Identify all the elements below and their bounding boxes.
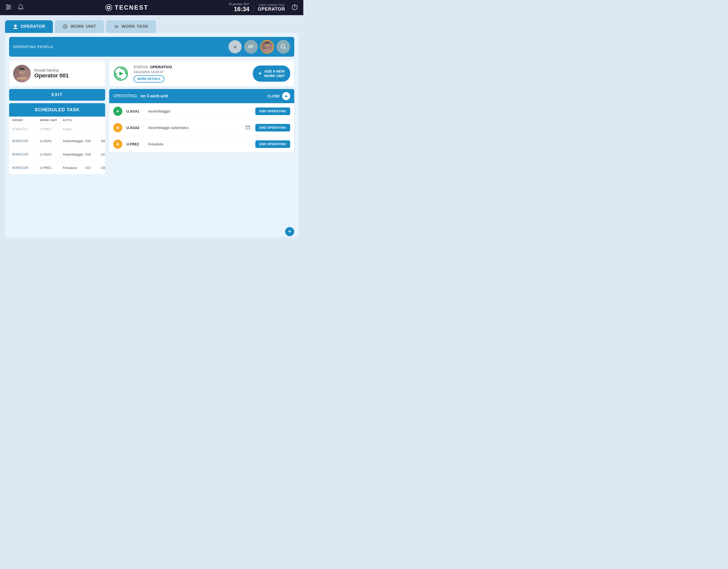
tab-operator-label: OPERATOR	[21, 24, 45, 29]
cell4: 010	[85, 139, 101, 143]
svg-rect-28	[266, 42, 269, 43]
status-datetime: 23/12/2016 14:43:37	[133, 70, 248, 74]
scroll-down-button[interactable]	[285, 227, 294, 236]
operating-header: OPERATING: on 3 work unit CLOSE	[109, 89, 294, 103]
table-row: W.MAC01 U.FRE2 Fresa...	[9, 124, 105, 134]
brand-name: TECNEST	[115, 4, 148, 11]
add-operator-button[interactable]: +	[229, 40, 242, 53]
scheduled-task-header: SCHEDULED TASK	[9, 103, 105, 117]
topbar-right: 20 gennaio 2017 16:34 USER CONNECTED: OP…	[229, 3, 298, 13]
main-panel: OPERATING PEOPLE + EF	[5, 33, 298, 237]
svg-point-3	[7, 5, 8, 6]
brand-logo: TECNEST	[105, 4, 148, 12]
plus-icon: +	[258, 70, 262, 77]
col5	[101, 119, 105, 122]
avatar-rs[interactable]	[260, 40, 274, 54]
work-item: U.ASA2 Assemblaggio automatico END OPERA…	[109, 120, 294, 136]
power-icon[interactable]	[291, 4, 298, 12]
status-label: STATUS: OPERATIVO	[133, 65, 248, 69]
svg-point-32	[20, 71, 21, 72]
svg-marker-42	[117, 110, 119, 112]
operating-people-label: OPERATING PEOPLE	[13, 45, 53, 49]
time-label: 16:34	[229, 6, 249, 13]
operating-title: OPERATING: on 3 work unit	[113, 94, 168, 98]
play-icon	[113, 107, 122, 116]
tab-work-task-label: WORK TASK	[122, 24, 148, 29]
work-code: U.ASA1	[126, 109, 144, 113]
table-row: W.MAC04 U.FRE1 Fresatura 017 156 Phase 1…	[9, 161, 105, 174]
svg-point-33	[22, 71, 24, 72]
notification-icon[interactable]	[17, 4, 24, 12]
order-cell: W.MAC04	[12, 166, 40, 170]
svg-point-10	[108, 7, 109, 8]
svg-point-46	[248, 125, 250, 128]
operator-header: OPERATING PEOPLE + EF	[9, 37, 294, 57]
work-item: U.ASA1 Assemblaggio END OPERATING	[109, 103, 294, 120]
cell4: 016	[85, 152, 101, 156]
user-role-label: OPERATOR	[258, 7, 285, 12]
activity-cell: Assemblaggio	[63, 152, 85, 156]
datetime-display: 20 gennaio 2017 16:34	[229, 3, 249, 13]
work-description: Assemblaggio	[148, 109, 251, 113]
table-row: W.MAC03 U.ASA2 Assemblaggio 016 122 Phas…	[9, 148, 105, 161]
add-work-unit-label: ADD A NEWWORK UNIT	[264, 69, 285, 78]
svg-point-15	[64, 26, 66, 27]
svg-rect-35	[20, 68, 24, 70]
cell5: 122	[101, 152, 105, 156]
status-icon	[113, 66, 128, 81]
tab-work-task[interactable]: WORK TASK	[106, 20, 156, 33]
work-unit-cell: U.FRE1	[40, 166, 63, 170]
user-info: USER CONNECTED: OPERATOR	[258, 4, 285, 12]
task-table-header: ORDER WORK UNIT ACTIV.	[9, 117, 105, 124]
pause-icon	[113, 140, 122, 149]
status-prefix: STATUS:	[133, 65, 150, 69]
col4	[85, 119, 101, 122]
tab-work-unit[interactable]: WORK UNIT	[55, 20, 104, 33]
operator-avatar	[13, 65, 31, 82]
order-cell: W.MAC01	[12, 127, 40, 131]
svg-marker-49	[288, 231, 291, 233]
more-details-button[interactable]: MORE DETAILS	[133, 75, 164, 82]
add-new-work-unit-button[interactable]: + ADD A NEWWORK UNIT	[253, 65, 290, 82]
svg-point-13	[14, 25, 17, 27]
avatar-list: + EF	[229, 40, 290, 54]
scheduled-task-section: SCHEDULED TASK ORDER WORK UNIT ACTIV.	[9, 103, 105, 174]
work-code: U.ASA2	[126, 126, 144, 130]
status-card: STATUS: OPERATIVO 23/12/2016 14:43:37 MO…	[109, 61, 294, 86]
tab-operator[interactable]: OPERATOR	[5, 20, 53, 33]
svg-point-4	[9, 6, 10, 8]
up-arrow-icon	[282, 92, 290, 100]
operator-info: Ronald Sterling Operator 001	[34, 68, 69, 79]
svg-rect-48	[118, 143, 119, 145]
exit-button[interactable]: EXIT	[9, 89, 105, 101]
avatar-ef[interactable]: EF	[244, 40, 258, 54]
task-table: ORDER WORK UNIT ACTIV. W.MAC01 U.FRE2	[9, 117, 105, 174]
svg-line-30	[284, 48, 286, 49]
cell5: 100	[101, 139, 105, 143]
work-unit-cell: U.ASA1	[40, 139, 63, 143]
content-grid: Ronald Sterling Operator 001 EXIT SCHEDU…	[9, 61, 294, 174]
end-operating-button[interactable]: END OPERATING	[255, 124, 290, 131]
activity-cell: Assemblaggio	[63, 139, 85, 143]
search-operator-button[interactable]	[277, 40, 290, 54]
work-unit-cell: U.ASA2	[40, 152, 63, 156]
end-operating-button[interactable]: END OPERATING	[255, 107, 290, 115]
operating-panel: OPERATING: on 3 work unit CLOSE	[109, 89, 294, 152]
svg-point-45	[245, 125, 248, 128]
work-unit-cell: U.FRE2	[40, 127, 63, 131]
operating-prefix: OPERATING:	[113, 94, 138, 98]
close-label: CLOSE	[267, 94, 280, 98]
work-item: U.FRE2 Fresatura END OPERATING	[109, 136, 294, 152]
order-cell: W.MAC03	[12, 152, 40, 156]
end-operating-button[interactable]: END OPERATING	[255, 140, 290, 148]
svg-point-25	[266, 45, 267, 45]
close-button[interactable]: CLOSE	[267, 92, 290, 100]
svg-marker-41	[285, 95, 288, 97]
settings-icon[interactable]	[5, 4, 12, 12]
svg-point-26	[268, 45, 268, 45]
svg-point-5	[7, 8, 8, 10]
work-description: Assemblaggio automatico	[148, 126, 240, 130]
status-info: STATUS: OPERATIVO 23/12/2016 14:43:37 MO…	[133, 65, 248, 82]
status-value: OPERATIVO	[150, 65, 172, 69]
operator-card: Ronald Sterling Operator 001	[9, 61, 105, 86]
